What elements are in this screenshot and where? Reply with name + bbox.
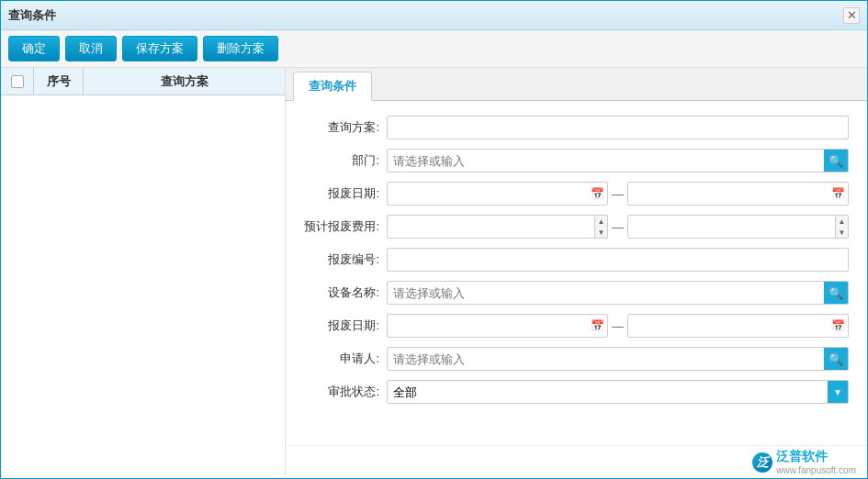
- cost-start-spin-down[interactable]: ▼: [594, 227, 607, 238]
- tab-bar: 查询条件: [286, 68, 867, 101]
- dispose-date-start: 📅: [387, 182, 608, 206]
- brand-logo: 泛 泛普软件 www.fanpusoft.com: [752, 449, 856, 475]
- header-checkbox-cell[interactable]: [1, 68, 34, 95]
- label-approval-status: 审批状态:: [304, 384, 387, 400]
- window-title: 查询条件: [8, 7, 56, 24]
- applicant-input-group: 🔍: [387, 347, 849, 371]
- cost-start-spin: ▲ ▼: [387, 215, 608, 239]
- brand-url: www.fanpusoft.com: [776, 465, 856, 475]
- dispose-date2-end: 📅: [627, 314, 849, 338]
- brand-info: 泛普软件 www.fanpusoft.com: [776, 449, 856, 475]
- dispose-date-start-input[interactable]: [388, 183, 587, 205]
- label-dispose-no: 报废编号:: [304, 251, 387, 268]
- dispose-date-end: 📅: [627, 182, 849, 206]
- dispose-date2-start-calendar-icon[interactable]: 📅: [587, 315, 607, 337]
- dispose-date2-start: 📅: [387, 314, 608, 338]
- dispose-date2-end-calendar-icon[interactable]: 📅: [828, 315, 848, 337]
- select-all-checkbox[interactable]: [11, 75, 24, 88]
- form-row-dispose-date2: 报废日期: 📅 — 📅: [304, 314, 849, 338]
- search-icon3: 🔍: [829, 352, 843, 366]
- device-name-search-icon[interactable]: 🔍: [824, 282, 848, 304]
- dispose-date2-range: 📅 — 📅: [387, 314, 849, 338]
- left-table-header: 序号 查询方案: [1, 68, 285, 95]
- form-row-expected-cost: 预计报废费用: ▲ ▼ — ▲: [304, 215, 849, 239]
- form-area: 查询方案: 部门: 🔍 报废日期:: [286, 101, 867, 445]
- save-scheme-button[interactable]: 保存方案: [122, 36, 197, 61]
- form-row-device-name: 设备名称: 🔍: [304, 281, 849, 305]
- department-input-group: 🔍: [387, 149, 849, 173]
- dispose-date-start-calendar-icon[interactable]: 📅: [587, 183, 607, 205]
- date2-range-sep: —: [612, 319, 624, 333]
- search-icon: 🔍: [829, 154, 843, 168]
- form-row-scheme: 查询方案:: [304, 116, 849, 139]
- department-search-icon[interactable]: 🔍: [824, 150, 848, 172]
- cost-end-input[interactable]: [628, 216, 835, 238]
- scheme-list: [1, 95, 285, 478]
- form-row-department: 部门: 🔍: [304, 149, 849, 173]
- approval-status-select-group: 全部 待审批 审批中 已通过 已拒绝 ▼: [387, 380, 849, 404]
- tab-label: 查询条件: [309, 79, 356, 93]
- date-range-sep1: —: [612, 187, 624, 201]
- cost-start-input[interactable]: [388, 216, 594, 238]
- dispose-date-range: 📅 — 📅: [387, 182, 849, 206]
- dispose-date2-end-input[interactable]: [628, 315, 828, 337]
- cost-start-spin-up[interactable]: ▲: [594, 216, 607, 227]
- applicant-search-icon[interactable]: 🔍: [824, 348, 848, 370]
- applicant-input[interactable]: [388, 348, 824, 370]
- header-scheme-col: 查询方案: [84, 68, 285, 95]
- input-scheme[interactable]: [387, 116, 849, 139]
- approval-status-select[interactable]: 全部 待审批 审批中 已通过 已拒绝: [388, 381, 828, 403]
- device-name-input-group: 🔍: [387, 281, 849, 305]
- expected-cost-range: ▲ ▼ — ▲ ▼: [387, 215, 849, 239]
- label-scheme: 查询方案:: [304, 119, 387, 136]
- cost-end-spin-down[interactable]: ▼: [835, 227, 848, 238]
- label-department: 部门:: [304, 152, 387, 169]
- cost-end-spin: ▲ ▼: [627, 215, 849, 239]
- delete-scheme-button[interactable]: 删除方案: [203, 36, 278, 61]
- form-row-dispose-no: 报废编号:: [304, 248, 849, 272]
- input-dispose-no[interactable]: [387, 248, 849, 272]
- header-index-col: 序号: [34, 68, 84, 95]
- department-input[interactable]: [388, 150, 824, 172]
- dispose-date-end-input[interactable]: [628, 183, 828, 205]
- cost-end-spin-btns: ▲ ▼: [835, 216, 848, 238]
- form-row-approval-status: 审批状态: 全部 待审批 审批中 已通过 已拒绝 ▼: [304, 380, 849, 404]
- right-panel: 查询条件 查询方案: 部门: 🔍: [286, 68, 867, 478]
- cost-range-sep: —: [612, 220, 624, 234]
- search-icon2: 🔍: [829, 286, 843, 300]
- footer: 泛 泛普软件 www.fanpusoft.com: [286, 445, 867, 478]
- close-button[interactable]: ✕: [843, 7, 860, 24]
- label-expected-cost: 预计报废费用:: [304, 218, 387, 235]
- approval-status-dropdown-icon[interactable]: ▼: [828, 381, 848, 403]
- brand-icon: 泛: [752, 452, 772, 473]
- brand-name: 泛普软件: [776, 449, 856, 465]
- brand-icon-text: 泛: [757, 454, 769, 471]
- tab-query-conditions[interactable]: 查询条件: [293, 72, 372, 101]
- title-bar: 查询条件 ✕: [1, 1, 867, 30]
- main-content: 序号 查询方案 查询条件 查询方案: 部门:: [1, 68, 867, 478]
- left-panel: 序号 查询方案: [1, 68, 286, 478]
- confirm-button[interactable]: 确定: [8, 36, 60, 61]
- cancel-button[interactable]: 取消: [65, 36, 117, 61]
- close-icon: ✕: [847, 8, 857, 22]
- dispose-date-end-calendar-icon[interactable]: 📅: [828, 183, 848, 205]
- dispose-date2-start-input[interactable]: [388, 315, 587, 337]
- label-dispose-date: 报废日期:: [304, 185, 387, 202]
- cost-start-spin-btns: ▲ ▼: [594, 216, 607, 238]
- main-window: 查询条件 ✕ 确定 取消 保存方案 删除方案 序号 查询方案: [0, 0, 868, 479]
- toolbar: 确定 取消 保存方案 删除方案: [1, 30, 867, 68]
- form-row-dispose-date: 报废日期: 📅 — 📅: [304, 182, 849, 206]
- label-dispose-date2: 报废日期:: [304, 317, 387, 334]
- label-applicant: 申请人:: [304, 351, 387, 367]
- form-row-applicant: 申请人: 🔍: [304, 347, 849, 371]
- cost-end-spin-up[interactable]: ▲: [835, 216, 848, 227]
- device-name-input[interactable]: [388, 282, 824, 304]
- label-device-name: 设备名称:: [304, 284, 387, 301]
